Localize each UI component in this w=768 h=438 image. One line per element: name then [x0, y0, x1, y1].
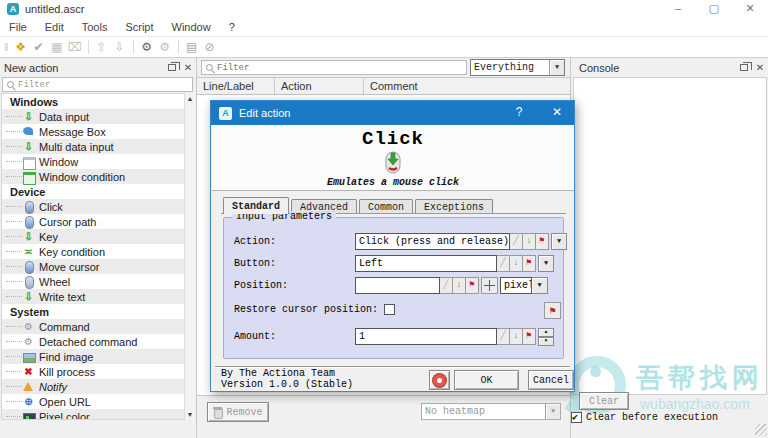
insert-variable-icon[interactable]: ↓	[510, 328, 523, 345]
ok-button[interactable]: OK	[454, 370, 519, 390]
tree-group-system[interactable]: System	[2, 304, 194, 319]
minimize-button[interactable]: –	[660, 0, 696, 18]
script-filter-input[interactable]	[217, 63, 466, 73]
maximize-button[interactable]: ▢	[696, 0, 732, 18]
tree-item-notify[interactable]: Notify	[2, 379, 194, 394]
spin-down-icon[interactable]: ▼	[538, 337, 554, 346]
close-panel-icon[interactable]: ✕	[180, 62, 196, 73]
restore-cursor-checkbox[interactable]	[384, 304, 395, 315]
spin-up-icon[interactable]: ▲	[538, 328, 554, 337]
filter-scope-dropdown[interactable]: Everything ▼	[470, 59, 565, 76]
help-button[interactable]	[429, 370, 450, 390]
chevron-down-icon[interactable]: ▼	[532, 277, 548, 294]
console-icon[interactable]: ▤	[183, 38, 201, 56]
tree-item-detached-command[interactable]: Detached command	[2, 334, 194, 349]
tree-item-window-condition[interactable]: Window condition	[2, 169, 194, 184]
clear-button[interactable]: Clear	[579, 392, 629, 410]
close-panel-icon[interactable]: ✕	[752, 62, 768, 73]
chevron-down-icon[interactable]: ▼	[545, 404, 560, 419]
tree-group-device[interactable]: Device	[2, 184, 194, 199]
insert-variable-icon[interactable]: ↓	[523, 233, 536, 250]
button-select[interactable]: Left	[355, 255, 497, 272]
checkbox-checked-icon[interactable]	[571, 412, 582, 423]
float-panel-icon[interactable]	[736, 62, 752, 73]
resize-grip[interactable]	[755, 424, 767, 436]
flag-icon[interactable]: ⚑	[523, 328, 536, 345]
tree-item-window[interactable]: Window	[2, 154, 194, 169]
chevron-down-icon[interactable]: ▼	[538, 255, 554, 272]
scroll-down-icon[interactable]: ▼	[185, 409, 195, 420]
editor-icon[interactable]: ╱	[440, 277, 453, 294]
tree-item-kill-process[interactable]: Kill process	[2, 364, 194, 379]
tree-item-key[interactable]: Key	[2, 229, 194, 244]
tree-item-data-input[interactable]: Data input	[2, 109, 194, 124]
chevron-down-icon[interactable]: ▼	[551, 233, 567, 250]
tree-item-find-image[interactable]: Find image	[2, 349, 194, 364]
cancel-button[interactable]: Cancel	[528, 370, 574, 390]
tree-item-move-cursor[interactable]: Move cursor	[2, 259, 194, 274]
editor-icon[interactable]: ╱	[497, 255, 510, 272]
console-output[interactable]	[573, 77, 767, 395]
position-input[interactable]	[355, 277, 440, 294]
editor-icon[interactable]: ╱	[510, 233, 523, 250]
tree-item-write-text[interactable]: Write text	[2, 289, 194, 304]
action-filter[interactable]	[2, 77, 193, 92]
tree-item-open-url[interactable]: Open URL	[2, 394, 194, 409]
move-up-icon[interactable]: ⇧	[93, 38, 111, 56]
settings-icon[interactable]: ⚙	[138, 38, 156, 56]
dialog-help-button[interactable]: ?	[504, 101, 534, 125]
tab-common[interactable]: Common	[359, 199, 413, 214]
tree-scrollbar[interactable]: ▲ ▼	[184, 93, 195, 420]
tree-item-key-condition[interactable]: Key condition	[2, 244, 194, 259]
menu-tools[interactable]: Tools	[73, 18, 117, 37]
flag-icon[interactable]: ⚑	[466, 277, 479, 294]
move-down-icon[interactable]: ⇩	[111, 38, 129, 56]
tree-item-cursor-path[interactable]: Cursor path	[2, 214, 194, 229]
tree-group-windows[interactable]: Windows	[2, 94, 194, 109]
flag-icon[interactable]: ⚑	[523, 255, 536, 272]
menu-help[interactable]: ?	[220, 18, 244, 37]
tab-standard[interactable]: Standard	[223, 197, 289, 214]
toolbar-handle[interactable]: ‖	[4, 41, 9, 53]
tab-exceptions[interactable]: Exceptions	[415, 199, 493, 214]
insert-variable-icon[interactable]: ↓	[453, 277, 466, 294]
heatmap-icon[interactable]: ▦	[48, 38, 66, 56]
tree-item-click[interactable]: Click	[2, 199, 194, 214]
close-button[interactable]: ✕	[732, 0, 768, 18]
flag-icon[interactable]: ⚑	[544, 302, 561, 319]
editor-icon[interactable]: ╱	[497, 328, 510, 345]
chevron-down-icon[interactable]: ▼	[549, 60, 564, 75]
clear-before-execution-checkbox[interactable]: Clear before execution	[571, 412, 718, 423]
new-action-icon[interactable]: ❖	[12, 38, 30, 56]
tree-item-pixel-color[interactable]: Pixel color	[2, 409, 194, 420]
console-panel: Console ✕ Clear Clear before execution	[570, 58, 768, 438]
dialog-titlebar[interactable]: A Edit action ? ✕	[211, 101, 574, 125]
remove-button[interactable]: Remove	[207, 402, 269, 422]
parameters-icon[interactable]: ⚙	[156, 38, 174, 56]
float-panel-icon[interactable]	[164, 62, 180, 73]
heatmap-dropdown[interactable]: No heatmap ▼	[421, 403, 561, 420]
pick-position-crosshair-icon[interactable]	[481, 277, 498, 294]
tree-item-message-box[interactable]: Message Box	[2, 124, 194, 139]
insert-variable-icon[interactable]: ↓	[510, 255, 523, 272]
action-select[interactable]: Click (press and release)	[355, 233, 510, 250]
attach-icon[interactable]: ⊘	[201, 38, 219, 56]
menu-script[interactable]: Script	[116, 18, 162, 37]
credit-version: Version 1.0.0 (Stable)	[221, 379, 353, 390]
menu-edit[interactable]: Edit	[36, 18, 73, 37]
amount-input[interactable]: 1	[355, 328, 497, 345]
flag-icon[interactable]: ⚑	[536, 233, 549, 250]
script-filter[interactable]	[201, 60, 467, 75]
action-filter-input[interactable]	[18, 79, 192, 91]
dialog-close-button[interactable]: ✕	[542, 101, 572, 125]
amount-stepper[interactable]: ▲▼	[538, 328, 554, 345]
menu-window[interactable]: Window	[163, 18, 220, 37]
position-unit-select[interactable]: pixels	[500, 277, 532, 294]
tree-item-wheel[interactable]: Wheel	[2, 274, 194, 289]
delete-icon[interactable]: ⌧	[66, 38, 84, 56]
menu-file[interactable]: File	[0, 18, 36, 37]
validate-script-icon[interactable]: ✔	[30, 38, 48, 56]
tree-item-command[interactable]: Command	[2, 319, 194, 334]
scroll-up-icon[interactable]: ▲	[185, 93, 195, 104]
tree-item-multi-data-input[interactable]: Multi data input	[2, 139, 194, 154]
